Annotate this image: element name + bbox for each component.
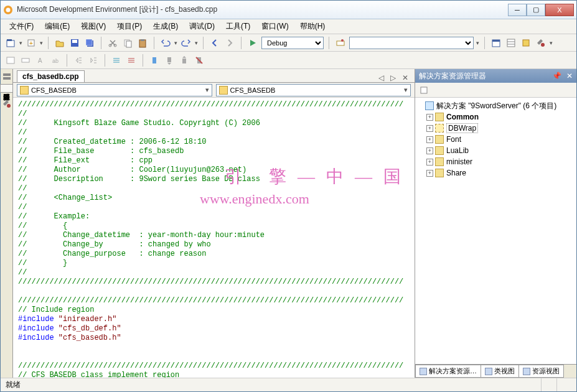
- comment-icon[interactable]: [110, 54, 123, 67]
- word-complete-icon[interactable]: ab: [49, 54, 62, 67]
- panel-title-bar: 解决方案资源管理器 📌 ✕: [415, 69, 576, 83]
- new-project-icon[interactable]: [4, 37, 17, 49]
- solution-tree[interactable]: 解决方案 "9SwordServer" (6 个项目)+Common+DBWra…: [415, 98, 576, 364]
- tree-row-project[interactable]: +minister: [426, 156, 575, 167]
- close-button[interactable]: X: [545, 4, 574, 16]
- svg-rect-16: [337, 41, 344, 45]
- config-combo[interactable]: Debug: [261, 37, 324, 49]
- expand-icon[interactable]: +: [426, 136, 433, 143]
- save-all-icon[interactable]: [83, 37, 96, 49]
- server-explorer-tab[interactable]: 服务器资源管理器: [0, 84, 13, 93]
- menu-file[interactable]: 文件(F): [4, 20, 39, 33]
- svg-rect-20: [507, 39, 515, 47]
- svg-rect-7: [72, 40, 77, 43]
- copy-icon[interactable]: [121, 37, 134, 49]
- tab-class-view[interactable]: 类视图: [481, 365, 519, 378]
- code-content[interactable]: ////////////////////////////////////////…: [13, 98, 415, 378]
- object-browser-icon[interactable]: [520, 37, 532, 49]
- menu-window[interactable]: 窗口(W): [256, 20, 293, 33]
- nav-fwd-icon[interactable]: [223, 37, 236, 49]
- navigation-bar: CFS_BASEDB CFS_BASEDB: [13, 83, 415, 98]
- tree-row-solution[interactable]: 解决方案 "9SwordServer" (6 个项目): [416, 100, 575, 111]
- menu-project[interactable]: 项目(P): [112, 20, 147, 33]
- expand-icon[interactable]: +: [426, 147, 433, 154]
- indent-less-icon[interactable]: [72, 54, 85, 67]
- menu-tools[interactable]: 工具(T): [221, 20, 255, 33]
- properties-icon[interactable]: [505, 37, 517, 49]
- svg-point-1: [6, 7, 11, 12]
- expand-icon[interactable]: +: [426, 170, 433, 177]
- classview-tab-icon: [485, 368, 492, 375]
- minimize-button[interactable]: ─: [508, 4, 527, 16]
- find-icon[interactable]: [334, 37, 347, 49]
- doc-close-icon[interactable]: ✕: [400, 73, 411, 82]
- status-cell-2: [556, 378, 571, 391]
- menu-build[interactable]: 生成(B): [148, 20, 183, 33]
- pin-icon[interactable]: 📌: [552, 72, 561, 80]
- tree-row-project[interactable]: +Font: [426, 134, 575, 145]
- svg-point-24: [541, 43, 545, 47]
- doc-next-icon[interactable]: ▷: [388, 73, 398, 82]
- cut-icon[interactable]: [106, 37, 119, 49]
- uncomment-icon[interactable]: [125, 54, 138, 67]
- member-list-icon[interactable]: [4, 54, 17, 67]
- tree-row-project[interactable]: +Share: [426, 167, 575, 179]
- document-tabs: cfs_basedb.cpp ◁ ▷ ✕: [13, 69, 415, 83]
- bookmark-prev-icon[interactable]: [163, 54, 176, 67]
- svg-rect-41: [152, 57, 156, 63]
- indent-more-icon[interactable]: [87, 54, 100, 67]
- tree-row-project[interactable]: +DBWrap: [426, 123, 575, 134]
- toolbox-icon[interactable]: [535, 37, 547, 49]
- expand-icon[interactable]: +: [426, 114, 433, 121]
- bookmark-next-icon[interactable]: [178, 54, 190, 67]
- tab-solution-explorer[interactable]: 解决方案资源…: [415, 365, 481, 378]
- solution-icon: [425, 101, 434, 110]
- menu-debug[interactable]: 调试(D): [184, 20, 220, 33]
- param-info-icon[interactable]: [19, 54, 32, 67]
- expand-icon[interactable]: +: [426, 125, 433, 132]
- project-icon: [435, 157, 444, 166]
- expand-icon[interactable]: +: [426, 159, 433, 166]
- panel-close-icon[interactable]: ✕: [566, 72, 573, 80]
- nav-back-icon[interactable]: [209, 37, 221, 49]
- doc-prev-icon[interactable]: ◁: [376, 73, 387, 82]
- tree-row-project[interactable]: +LuaLib: [426, 145, 575, 156]
- panel-title-text: 解决方案资源管理器: [419, 71, 486, 82]
- find-combo[interactable]: [349, 37, 474, 49]
- quick-info-icon[interactable]: A: [34, 54, 47, 67]
- solution-explorer-icon[interactable]: [490, 37, 502, 49]
- project-icon: [435, 135, 444, 144]
- bookmark-clear-icon[interactable]: [193, 54, 205, 67]
- server-explorer-icon[interactable]: [2, 72, 12, 82]
- open-icon[interactable]: [54, 37, 66, 49]
- scope-combo-text: CFS_BASEDB: [31, 86, 77, 94]
- add-item-icon[interactable]: +: [25, 37, 37, 49]
- statusbar: 就绪: [1, 378, 576, 391]
- redo-icon[interactable]: [180, 37, 192, 49]
- window-controls: ─ ▢ X: [508, 4, 574, 16]
- start-icon[interactable]: [246, 37, 259, 49]
- menu-edit[interactable]: 编辑(E): [40, 20, 75, 33]
- project-icon: [435, 169, 444, 177]
- toolbox-tab-icon[interactable]: [2, 99, 12, 109]
- window-title: Microsoft Development Environment [设计] -…: [17, 4, 508, 15]
- svg-rect-43: [182, 58, 186, 63]
- view-code-icon[interactable]: [418, 84, 430, 96]
- document-tab-active[interactable]: cfs_basedb.cpp: [17, 70, 85, 82]
- tree-row-project[interactable]: +Common: [426, 111, 575, 123]
- svg-rect-19: [492, 40, 500, 42]
- member-combo[interactable]: CFS_BASEDB: [216, 84, 411, 96]
- project-label: minister: [446, 157, 472, 166]
- menu-help[interactable]: 帮助(H): [295, 20, 331, 33]
- menu-view[interactable]: 视图(V): [76, 20, 111, 33]
- bookmark-toggle-icon[interactable]: [148, 54, 161, 67]
- paste-icon[interactable]: [136, 37, 149, 49]
- save-icon[interactable]: [68, 37, 81, 49]
- code-viewport[interactable]: ////////////////////////////////////////…: [13, 98, 415, 378]
- tab-resource-view[interactable]: 资源视图: [518, 365, 564, 378]
- undo-icon[interactable]: [159, 37, 172, 49]
- project-icon: [435, 146, 444, 155]
- scope-combo[interactable]: CFS_BASEDB: [17, 84, 212, 96]
- maximize-button[interactable]: ▢: [527, 4, 545, 16]
- svg-text:ab: ab: [52, 58, 59, 64]
